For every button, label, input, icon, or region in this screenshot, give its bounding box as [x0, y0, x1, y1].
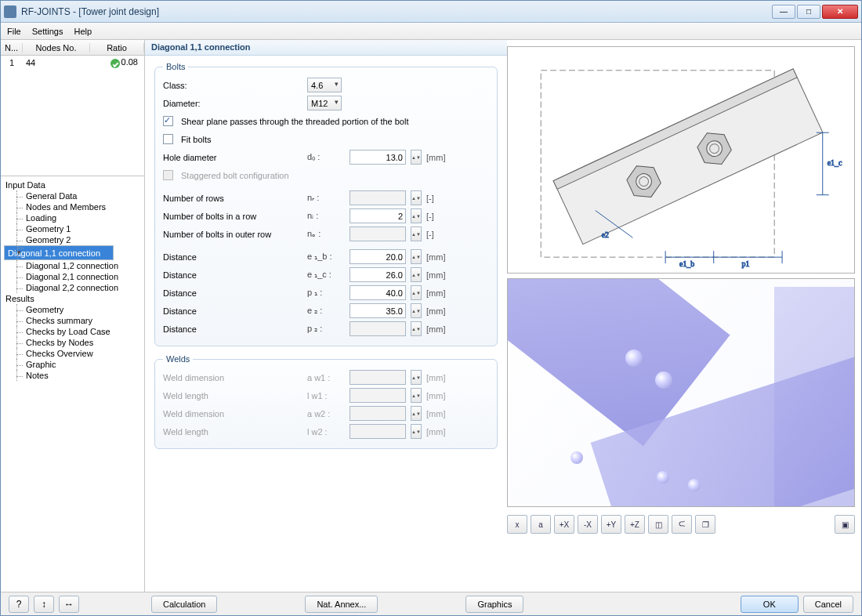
tool-view-pz[interactable]: +Z	[625, 515, 645, 534]
ni-input[interactable]	[350, 208, 406, 223]
e2-spinner[interactable]: ▲▼	[411, 303, 422, 318]
hole-sym: d₀ :	[307, 152, 345, 162]
panel-title: Diagonal 1,1 connection	[145, 40, 507, 56]
fitbolts-checkbox[interactable]	[163, 134, 173, 144]
ni-unit: [-]	[426, 212, 434, 221]
grid-row[interactable]: 1 44 0.08	[1, 56, 144, 70]
cancel-button[interactable]: Cancel	[803, 596, 853, 613]
tree-geo1[interactable]: Geometry 1	[4, 223, 141, 234]
tool-view-px[interactable]: +X	[554, 515, 574, 534]
window-title: RF-JOINTS - [Tower joint design]	[21, 6, 772, 17]
shear-label: Shear plane passes through the threaded …	[181, 117, 409, 126]
e1b-spinner[interactable]: ▲▼	[411, 249, 422, 264]
col-nodes[interactable]: Nodes No.	[23, 43, 90, 53]
tree-r-gfx[interactable]: Graphic	[4, 359, 141, 370]
tree-r-lc[interactable]: Checks by Load Case	[4, 326, 141, 337]
menu-file[interactable]: File	[7, 27, 21, 36]
p1-spinner[interactable]: ▲▼	[411, 285, 422, 300]
wl2-label: Weld length	[163, 427, 302, 437]
window-buttons: — □ ✕	[772, 5, 858, 19]
e1c-input[interactable]	[350, 267, 406, 282]
no-spinner: ▲▼	[411, 226, 422, 241]
p1-input[interactable]	[350, 285, 406, 300]
p2-input	[350, 321, 406, 336]
ni-spinner[interactable]: ▲▼	[411, 208, 422, 223]
e1b-input[interactable]	[350, 249, 406, 264]
p1-label: Distance	[163, 288, 302, 298]
tree-r-nodes[interactable]: Checks by Nodes	[4, 337, 141, 348]
menu-settings[interactable]: Settings	[32, 27, 63, 36]
svg-text:e1_b: e1_b	[679, 259, 694, 268]
schematic-view[interactable]: e1_b p1 e1_c e2	[507, 46, 855, 274]
help-button[interactable]: ?	[9, 596, 29, 613]
tree-nodes-members[interactable]: Nodes and Members	[4, 201, 141, 212]
minimize-button[interactable]: —	[772, 5, 795, 19]
tree-results[interactable]: Results	[4, 293, 141, 304]
graphics-button[interactable]: Graphics	[465, 596, 523, 613]
tool-axis-a[interactable]: a	[531, 515, 551, 534]
nat-annex-button[interactable]: Nat. Annex...	[305, 596, 378, 613]
render-view[interactable]	[507, 278, 855, 507]
nrows-spinner: ▲▼	[411, 190, 422, 205]
tree-geo2[interactable]: Geometry 2	[4, 234, 141, 245]
tree-diag12[interactable]: Diagonal 1,2 connection	[4, 260, 141, 271]
tool-iso-icon[interactable]: ◫	[648, 515, 668, 534]
e2-input[interactable]	[350, 303, 406, 318]
welds-group: Welds Weld dimensiona w1 :▲▼[mm] Weld le…	[154, 354, 498, 449]
diameter-select[interactable]: M12	[307, 96, 342, 111]
nrows-sym: nᵣ :	[307, 193, 345, 203]
graphics-panel: e1_b p1 e1_c e2	[507, 40, 861, 592]
e2-unit: [mm]	[426, 306, 445, 316]
hole-spinner[interactable]: ▲▼	[411, 150, 422, 165]
tree-loading[interactable]: Loading	[4, 212, 141, 223]
wd1-sym: a w1 :	[307, 373, 345, 382]
collapse-button[interactable]: ↕	[34, 596, 54, 613]
wd2-spinner: ▲▼	[411, 406, 422, 421]
content: N... Nodes No. Ratio 1 44 0.08 Input Dat…	[1, 40, 861, 592]
hole-unit: [mm]	[426, 153, 445, 162]
wd2-sym: a w2 :	[307, 409, 345, 419]
tool-view-py[interactable]: +Y	[601, 515, 621, 534]
wl2-input	[350, 424, 406, 439]
maximize-button[interactable]: □	[797, 5, 820, 19]
tree-diag21[interactable]: Diagonal 2,1 connection	[4, 271, 141, 282]
e1c-unit: [mm]	[426, 270, 445, 280]
tree-r-geo[interactable]: Geometry	[4, 304, 141, 315]
grid-header: N... Nodes No. Ratio	[1, 40, 144, 56]
titlebar: RF-JOINTS - [Tower joint design] — □ ✕	[1, 1, 861, 23]
shear-checkbox[interactable]	[163, 116, 173, 126]
tree-r-sum[interactable]: Checks summary	[4, 315, 141, 326]
left-panel: N... Nodes No. Ratio 1 44 0.08 Input Dat…	[1, 40, 145, 592]
tool-copy-icon[interactable]: ❐	[695, 515, 715, 534]
tree-diag22[interactable]: Diagonal 2,2 connection	[4, 282, 141, 293]
tree-general[interactable]: General Data	[4, 190, 141, 201]
wl1-spinner: ▲▼	[411, 388, 422, 403]
no-sym: nₒ :	[307, 229, 345, 239]
e1c-sym: e ₁_c :	[307, 270, 345, 280]
p2-spinner: ▲▼	[411, 321, 422, 336]
tree-diag11[interactable]: Diagonal 1,1 connection	[4, 245, 114, 260]
e1c-spinner[interactable]: ▲▼	[411, 267, 422, 282]
tool-check-icon[interactable]: ᙅ	[672, 515, 692, 534]
tree-r-notes[interactable]: Notes	[4, 370, 141, 381]
calculation-button[interactable]: Calculation	[151, 596, 217, 613]
tool-axis-x[interactable]: x	[507, 515, 527, 534]
hole-input[interactable]	[350, 150, 406, 165]
class-select[interactable]: 4.6	[307, 78, 342, 92]
expand-button[interactable]: ↔	[59, 596, 79, 613]
e2-label: Distance	[163, 306, 302, 316]
tree-r-ov[interactable]: Checks Overview	[4, 348, 141, 359]
no-unit: [-]	[426, 230, 434, 239]
col-ratio[interactable]: Ratio	[90, 43, 144, 53]
close-button[interactable]: ✕	[822, 5, 858, 19]
hole-label: Hole diameter	[163, 153, 302, 162]
tool-view-mx[interactable]: -X	[578, 515, 598, 534]
col-n[interactable]: N...	[1, 43, 23, 53]
menu-help[interactable]: Help	[74, 27, 92, 36]
wl1-label: Weld length	[163, 391, 302, 400]
tool-export-icon[interactable]: ▣	[835, 515, 855, 534]
tree-input-data[interactable]: Input Data	[4, 179, 141, 190]
e1c-label: Distance	[163, 270, 302, 280]
ok-button[interactable]: OK	[741, 596, 799, 613]
nrows-unit: [-]	[426, 194, 434, 203]
